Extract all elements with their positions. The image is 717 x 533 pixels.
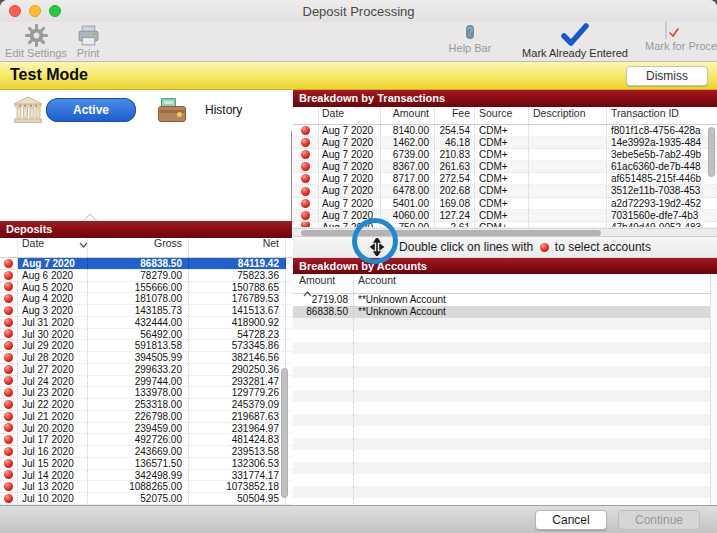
column-acct-account[interactable]: Account xyxy=(354,274,717,293)
deposit-row[interactable]: Jul 21 2020226798.00219687.63 xyxy=(0,411,292,423)
deposit-date: Jul 10 2020 xyxy=(18,493,88,504)
help-bar-button[interactable]: ? Help Bar xyxy=(440,22,500,62)
continue-button[interactable]: Continue xyxy=(618,510,700,530)
red-apple-icon xyxy=(301,126,310,135)
red-apple-icon xyxy=(4,482,13,491)
column-txn-amount[interactable]: Amount xyxy=(381,107,435,124)
deposits-scrollbar[interactable] xyxy=(281,368,288,498)
deposit-row[interactable]: Aug 5 2020155666.00150788.65 xyxy=(0,282,292,294)
deposit-row[interactable]: Jul 23 2020133978.00129779.26 xyxy=(0,387,292,399)
mark-already-entered-button[interactable]: Mark Already Entered xyxy=(505,22,645,62)
dismiss-button[interactable]: Dismiss xyxy=(626,66,708,86)
txn-fee: 202.68 xyxy=(435,185,475,196)
column-txn-fee[interactable]: Fee xyxy=(435,107,475,124)
deposit-gross: 432444.00 xyxy=(88,317,189,328)
deposit-row[interactable]: Jul 31 2020432444.00418900.92 xyxy=(0,317,292,329)
status-cell xyxy=(0,411,18,422)
account-row[interactable]: 86838.50**Unknown Account xyxy=(293,306,717,318)
status-cell xyxy=(0,481,18,492)
txn-fee: 272.54 xyxy=(435,173,475,184)
red-apple-icon xyxy=(4,447,13,456)
deposit-row[interactable]: Jul 28 2020394505.99382146.56 xyxy=(0,352,292,364)
cancel-button[interactable]: Cancel xyxy=(535,510,607,530)
transaction-row[interactable]: Aug 7 20205401.00169.08CDM+a2d72293-19d2… xyxy=(293,198,717,210)
transaction-row[interactable]: Aug 7 20206739.00210.83CDM+3ebe5e5b-7ab2… xyxy=(293,149,717,161)
deposit-row[interactable]: Jul 20 2020239459.00231964.97 xyxy=(0,423,292,435)
deposit-row[interactable]: Aug 6 202078279.0075823.36 xyxy=(0,270,292,282)
deposit-row[interactable]: Jul 13 20201088265.001073852.18 xyxy=(0,481,292,493)
txn-id: 3512e11b-7038-453 xyxy=(607,185,717,196)
column-gross[interactable]: Gross xyxy=(88,238,189,257)
empty-row xyxy=(293,426,717,438)
deposit-date: Jul 16 2020 xyxy=(18,446,88,457)
account-row[interactable]: 2719.08**Unknown Account xyxy=(293,294,717,306)
deposit-row[interactable]: Jul 24 2020299744.00293281.47 xyxy=(0,376,292,388)
txn-fee: 46.18 xyxy=(435,137,475,148)
deposit-row[interactable]: Jul 10 202052075.0050504.95 xyxy=(0,493,292,505)
deposit-date: Aug 5 2020 xyxy=(18,282,88,293)
deposit-row[interactable]: Jul 17 2020492726.00481424.83 xyxy=(0,434,292,446)
column-txn-source[interactable]: Source xyxy=(475,107,529,124)
deposit-gross: 133978.00 xyxy=(88,387,189,398)
txn-source: CDM+ xyxy=(475,161,529,172)
deposit-date: Aug 6 2020 xyxy=(18,270,88,281)
deposit-row[interactable]: Jul 29 2020591813.58573345.86 xyxy=(0,340,292,352)
transaction-row[interactable]: Aug 7 20208717.00272.54CDM+af651485-215f… xyxy=(293,173,717,185)
breakdown-panel: Breakdown by Transactions Date Amount Fe… xyxy=(293,90,717,505)
deposit-row[interactable]: Aug 3 2020143185.73141513.67 xyxy=(0,305,292,317)
deposit-row[interactable]: Jul 15 2020136571.50132306.53 xyxy=(0,458,292,470)
deposit-gross: 56492.00 xyxy=(88,329,189,340)
status-cell xyxy=(293,137,319,148)
deposit-row[interactable]: Aug 4 2020181078.00176789.53 xyxy=(0,293,292,305)
deposit-row[interactable]: Jul 27 2020299633.20290250.36 xyxy=(0,364,292,376)
empty-row xyxy=(293,342,717,354)
transactions-vscrollbar[interactable] xyxy=(708,127,715,177)
transaction-row[interactable]: Aug 7 20208367.00261.63CDM+61ac6360-de7b… xyxy=(293,161,717,173)
transactions-table: Aug 7 20208140.00254.54CDM+f801f1c8-4756… xyxy=(293,125,717,228)
footer-bar: Cancel Continue xyxy=(0,505,717,533)
status-cell xyxy=(293,185,319,196)
mark-for-processing-button[interactable]: Mark for Processing xyxy=(645,22,717,62)
column-txn-date[interactable]: Date xyxy=(319,107,381,124)
account-amount: 2719.08 xyxy=(293,294,354,306)
txn-source: CDM+ xyxy=(475,222,529,227)
empty-row xyxy=(293,390,717,402)
txn-source: CDM+ xyxy=(475,125,529,136)
sort-desc-icon xyxy=(79,239,88,250)
txn-amount: 8717.00 xyxy=(381,173,435,184)
accounts-table: 2719.08**Unknown Account86838.50**Unknow… xyxy=(293,294,717,505)
transaction-row[interactable]: Aug 7 20204060.00127.24CDM+7031560e-dfe7… xyxy=(293,210,717,222)
tab-active[interactable]: Active xyxy=(46,98,136,122)
deposit-row[interactable]: Jul 22 2020253318.00245379.09 xyxy=(0,399,292,411)
accounts-scrollbar-track[interactable] xyxy=(710,274,717,505)
edit-settings-button[interactable]: Edit Settings xyxy=(4,22,68,62)
empty-row xyxy=(293,498,717,505)
status-cell xyxy=(0,282,18,293)
red-apple-icon xyxy=(301,138,310,147)
column-txn-id[interactable]: Transaction ID xyxy=(607,107,717,124)
deposit-row[interactable]: Aug 7 202086838.5084119.42 xyxy=(0,258,292,270)
column-acct-amount[interactable]: Amount xyxy=(293,274,354,293)
empty-row xyxy=(293,330,717,342)
deposit-row[interactable]: Jul 14 2020342498.99331774.17 xyxy=(0,470,292,482)
deposit-date: Jul 17 2020 xyxy=(18,434,88,445)
deposit-date: Jul 15 2020 xyxy=(18,458,88,469)
transaction-row[interactable]: Aug 7 20201462.0046.18CDM+14e3992a-1935-… xyxy=(293,137,717,149)
txn-fee: 169.08 xyxy=(435,198,475,209)
column-txn-description[interactable]: Description xyxy=(529,107,607,124)
txn-amount: 5401.00 xyxy=(381,198,435,209)
red-apple-icon xyxy=(4,365,13,374)
deposit-date: Jul 21 2020 xyxy=(18,411,88,422)
tab-history[interactable]: History xyxy=(205,103,242,117)
transactions-hscrollbar-thumb[interactable] xyxy=(301,230,601,236)
empty-row xyxy=(293,438,717,450)
transaction-row[interactable]: Aug 7 20206478.00202.68CDM+3512e11b-7038… xyxy=(293,185,717,197)
txn-fee: 261.63 xyxy=(435,161,475,172)
column-net[interactable]: Net xyxy=(189,238,286,257)
deposit-row[interactable]: Jul 16 2020243669.00239513.58 xyxy=(0,446,292,458)
deposit-row[interactable]: Jul 30 202056492.0054728.23 xyxy=(0,329,292,341)
column-date[interactable]: Date xyxy=(18,238,88,257)
print-button[interactable]: Print xyxy=(68,22,108,62)
deposit-date: Jul 28 2020 xyxy=(18,352,88,363)
transaction-row[interactable]: Aug 7 20208140.00254.54CDM+f801f1c8-4756… xyxy=(293,125,717,137)
